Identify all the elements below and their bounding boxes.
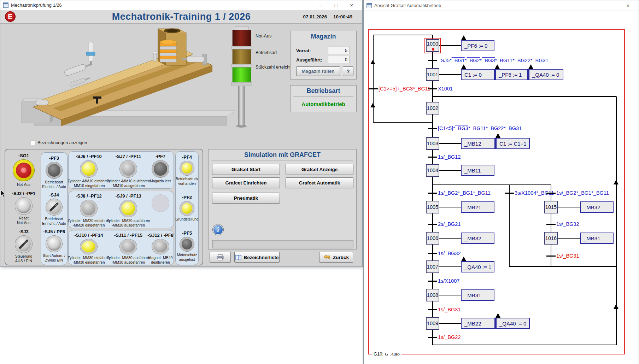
control-sj7-pf11[interactable]: -SJ7 / -PF11Zylinder -MM10 ausfahren-MM1… — [109, 154, 148, 188]
app-icon — [3, 2, 8, 8]
control-label: Zylinder -MM20 ausfahren — [107, 218, 150, 223]
labels-checkbox[interactable] — [31, 141, 35, 145]
grafcet-window: 1000100110021003100410051006100710081009… — [363, 0, 639, 364]
magazin-title: Magazin — [291, 31, 356, 40]
transition-condition: 1s/_BG32 — [438, 250, 461, 257]
control-group-mm10: -SJ6 / -PF10Zylinder -MM10 einfahren-MM1… — [68, 151, 174, 189]
stack-light-label-notaus: Not-Aus — [256, 34, 271, 39]
lamp-off-control[interactable] — [120, 239, 137, 254]
action-connector — [439, 266, 461, 267]
transition-bar — [428, 253, 437, 254]
control-sj3[interactable]: -SJ3SteuerungAUS / EIN — [7, 229, 40, 263]
control-sj2-pf1[interactable]: -SJ2 / -PF1ResetNot-Aus — [7, 191, 40, 225]
magazin-help-button[interactable]: ? — [343, 66, 353, 76]
lamp-off-control[interactable] — [80, 200, 97, 217]
transition-bar — [428, 309, 437, 310]
control-id: -SJ7 / -PF11 — [116, 154, 141, 159]
close-button[interactable]: × — [344, 0, 359, 10]
control-label: Not-Aus — [17, 182, 30, 187]
control-id: -PF7 — [156, 154, 165, 159]
grafcet-action: _PF6 := 1 — [494, 69, 528, 80]
transition-condition: 1s/_BG2*_BG1*_BG11 — [438, 189, 491, 196]
control-label: Not-Aus — [17, 221, 30, 225]
grafcet-anzeige-button[interactable]: Grafcet Anzeige — [286, 164, 353, 175]
grafcet-action: C1 := 0 — [461, 69, 494, 80]
ausgefuehrt-label: Ausgeführt: — [296, 57, 322, 63]
stored-action-arrow-icon — [461, 64, 466, 69]
grafcet-automatik-button[interactable]: Grafcet Automatik — [286, 177, 353, 188]
action-connector — [439, 238, 461, 239]
lamp-on-control[interactable] — [80, 160, 97, 177]
grafcet-start-button[interactable]: Grafcet Start — [212, 164, 280, 175]
info-icon[interactable]: i — [213, 224, 223, 235]
control-id: -SJ12 / -PF8 — [147, 233, 174, 238]
control-id: -SJ5 / PF6 — [43, 229, 65, 234]
control-sj6-pf10[interactable]: -SJ6 / -PF10Zylinder -MM10 einfahren-MM1… — [69, 154, 109, 188]
grafcet-step-1016: 1016 — [544, 232, 558, 245]
transition-condition: 1s/_BG31 — [438, 306, 461, 313]
transition-bar — [546, 224, 556, 225]
control-id: -PF4 — [182, 154, 192, 160]
control-sj11-pf15[interactable]: -SJ11 / -PF15Zylinder -MM30 ausfahren-MM… — [109, 233, 148, 265]
control-sj12-pf8[interactable]: -SJ12 / -PF8Magnet -MB40dealtivieren — [148, 233, 173, 265]
control-label: Magazin leer — [150, 179, 171, 183]
grafcet-close-button[interactable]: × — [620, 1, 636, 10]
action-connector — [439, 323, 461, 324]
push-control[interactable] — [15, 198, 32, 215]
flow-arrow-icon — [614, 180, 619, 184]
grafcet-step-1009: 1009 — [426, 317, 439, 330]
main-titlebar: Mechatronikprüfung 1/26 – □ × — [0, 0, 362, 10]
mouse-cursor — [0, 190, 6, 198]
control-sj9-pf13[interactable]: -SJ9 / -PF13Zylinder -MM20 ausfahren-MM2… — [109, 193, 148, 228]
control-label: Zylinder -MM30 ausfahren — [107, 256, 150, 260]
rotary-control[interactable] — [15, 236, 32, 253]
control-sj8-pf12[interactable]: -SJ8 / -PF12Zylinder -MM20 einfahren-MM2… — [69, 193, 109, 228]
control-label: Motorschutz — [177, 253, 197, 257]
print-button[interactable] — [210, 252, 231, 263]
window-title: Mechatronikprüfung 1/26 — [11, 2, 62, 8]
rotary-control[interactable] — [46, 199, 62, 215]
control-label: -MM10 ausgefahren — [112, 183, 145, 188]
lamp-dark-control — [152, 160, 169, 177]
lamp-dark-control — [180, 237, 194, 251]
zurueck-button[interactable]: Zurück — [319, 252, 353, 263]
control-sg1[interactable]: -SG1Not-Aus — [7, 153, 40, 187]
control-sj5-pf6[interactable]: -SJ5 / PF6Start Autom. /Zyklus EIN — [41, 229, 67, 263]
control-pf3: -PF3BetriebsartEinricht. / Auto — [41, 155, 67, 189]
maximize-button[interactable]: □ — [328, 0, 344, 10]
lamp-on-control[interactable] — [120, 200, 137, 217]
lamp-on-control[interactable] — [80, 239, 97, 254]
grafcet-line — [373, 35, 433, 35]
estop-control[interactable] — [13, 160, 34, 181]
betriebsart-panel: Betriebsart Automatikbetrieb — [290, 85, 357, 112]
stored-action-arrow-icon — [495, 64, 500, 69]
push-control[interactable] — [46, 236, 62, 252]
action-connector — [558, 238, 580, 239]
transition-bar — [428, 337, 437, 338]
control-label: Betriebsart — [45, 217, 63, 221]
grafcet-canvas: 1000100110021003100410051006100710081009… — [364, 0, 639, 364]
transition-bar — [428, 281, 437, 282]
lamp-off-control[interactable] — [152, 239, 169, 254]
main-window: Mechatronikprüfung 1/26 – □ × E Mechatro… — [0, 0, 363, 267]
magazin-fuellen-button[interactable]: Magazin füllen — [296, 66, 340, 76]
lamp-on-control — [180, 201, 194, 216]
action-connector — [439, 143, 461, 144]
transition-bar — [428, 60, 437, 61]
transition-condition: 1s/_BG22 — [438, 334, 461, 341]
action-connector — [439, 170, 461, 171]
lamp-off-control[interactable] — [120, 160, 137, 177]
transition-condition: 2s/_BG21 — [438, 221, 461, 228]
bezeichnerliste-button[interactable]: Bezeichnerliste — [234, 252, 280, 263]
transition-bar — [428, 193, 437, 194]
control-sj4[interactable]: -SJ4BetriebsartEinricht. / Auto — [41, 192, 67, 226]
control-group-mm30: -SJ10 / -PF14Zylinder -MM30 einfahren-MM… — [68, 230, 174, 265]
grafcet-step-1006: 1006 — [426, 232, 439, 245]
minimize-button[interactable]: – — [313, 0, 328, 10]
control-sj10-pf14[interactable]: -SJ10 / -PF14Zylinder -MM30 einfahren-MM… — [69, 233, 109, 265]
pneumatik-button[interactable]: Pneumatik — [212, 193, 280, 204]
transition-condition: [C1<5]*_BG3*_BG11*_BG22*_BG31 — [438, 125, 522, 132]
control-label: Steuerung — [15, 254, 32, 259]
grafcet-einrichten-button[interactable]: Grafcet Einrichten — [212, 177, 280, 188]
zurueck-label: Zurück — [333, 255, 349, 260]
